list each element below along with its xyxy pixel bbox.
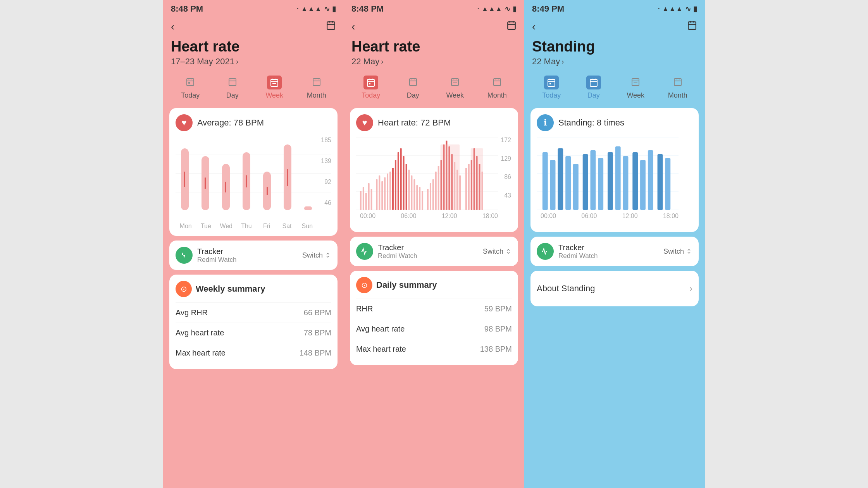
status-bar-1: 8:48 PM ⋅ ▲▲▲ ∿ ▮ xyxy=(163,0,344,16)
tab-week-1[interactable]: Week xyxy=(253,73,296,102)
tab-day-1[interactable]: Day xyxy=(212,73,254,102)
summary-header-1: ⊙ Weekly summary xyxy=(176,281,331,297)
tracker-info-3: Tracker Redmi Watch xyxy=(558,243,598,260)
svg-rect-72 xyxy=(411,175,412,210)
tab-bar-3: Today Day Week Month xyxy=(524,70,705,106)
tab-week-3[interactable]: Week xyxy=(615,73,657,102)
x-label-tue: Tue xyxy=(196,223,216,230)
summary-icon-2: ⊙ xyxy=(356,277,372,293)
tab-today-1[interactable]: Today xyxy=(169,73,212,102)
svg-rect-54 xyxy=(360,191,362,210)
tab-today-2[interactable]: Today xyxy=(350,73,392,102)
svg-rect-62 xyxy=(384,177,386,210)
summary-icon-1: ⊙ xyxy=(176,281,192,297)
tab-bar-2: Today Day Week Month xyxy=(344,70,524,106)
svg-rect-61 xyxy=(381,181,383,210)
wifi-icon: ∿ xyxy=(324,5,330,13)
svg-rect-35 xyxy=(369,83,370,84)
svg-rect-71 xyxy=(408,170,410,210)
date-subtitle-1[interactable]: 17–23 May 2021 › xyxy=(171,57,336,67)
svg-rect-36 xyxy=(410,79,417,86)
svg-rect-135 xyxy=(615,146,621,210)
tab-today-3[interactable]: Today xyxy=(530,73,573,102)
summary-row-rhr: RHR 59 BPM xyxy=(356,299,512,319)
day-chart-2: 172 129 86 43 00:00 06:00 12:00 18:00 xyxy=(356,137,512,226)
header-3: ‹ xyxy=(524,16,705,37)
tracker-left-2: Tracker Redmi Watch xyxy=(356,243,417,260)
summary-rhr-label: RHR xyxy=(356,304,373,313)
summary-row-maxhr-label: Max heart rate xyxy=(176,349,226,357)
svg-rect-59 xyxy=(376,179,377,210)
about-standing-row[interactable]: About Standing › xyxy=(537,277,692,300)
summary-row-maxhr: Max heart rate 148 BPM xyxy=(176,343,331,363)
svg-rect-103 xyxy=(548,79,555,86)
heart-icon-1: ♥ xyxy=(176,114,193,131)
summary-row-avghr: Avg heart rate 78 BPM xyxy=(176,323,331,343)
about-standing-section[interactable]: About Standing › xyxy=(530,271,699,306)
svg-rect-56 xyxy=(365,193,367,210)
back-button-1[interactable]: ‹ xyxy=(171,21,174,33)
svg-rect-90 xyxy=(441,144,460,210)
page-title-3: Standing xyxy=(532,38,697,55)
tab-week-label-3: Week xyxy=(627,91,644,100)
svg-rect-129 xyxy=(565,156,571,210)
tracker-row-2: Tracker Redmi Watch Switch xyxy=(356,243,512,260)
switch-button-1[interactable]: Switch xyxy=(302,251,331,259)
calendar-button-3[interactable] xyxy=(687,20,697,33)
metric-label-1: Average: 78 BPM xyxy=(197,118,264,128)
svg-rect-64 xyxy=(389,172,391,210)
summary-row-avghr-value: 78 BPM xyxy=(304,328,331,337)
svg-rect-18 xyxy=(313,79,320,86)
svg-rect-132 xyxy=(590,150,596,210)
svg-rect-73 xyxy=(413,179,415,210)
switch-button-3[interactable]: Switch xyxy=(663,247,692,256)
switch-button-2[interactable]: Switch xyxy=(483,247,512,256)
tab-month-label-3: Month xyxy=(668,91,687,100)
svg-rect-98 xyxy=(471,148,483,210)
status-bar-2: 8:48 PM ⋅ ▲▲▲ ∿ ▮ xyxy=(344,0,524,16)
tab-today-label-1: Today xyxy=(181,91,200,100)
status-bar-3: 8:49 PM ⋅ ▲▲▲ ∿ ▮ xyxy=(524,0,705,16)
x-label-sat: Sat xyxy=(277,223,297,230)
tab-day-2[interactable]: Day xyxy=(392,73,434,102)
back-button-3[interactable]: ‹ xyxy=(532,21,536,33)
tab-month-2[interactable]: Month xyxy=(476,73,518,102)
svg-rect-99 xyxy=(688,22,696,29)
tab-month-1[interactable]: Month xyxy=(296,73,338,102)
tracker-icon-3 xyxy=(537,243,554,260)
summary-row-avghr-label: Avg heart rate xyxy=(176,328,224,337)
back-button-2[interactable]: ‹ xyxy=(351,21,355,33)
chart-card-3: ℹ Standing: 8 times xyxy=(530,108,699,232)
tab-day-3[interactable]: Day xyxy=(573,73,615,102)
x-label-mon: Mon xyxy=(176,223,196,230)
svg-rect-127 xyxy=(550,160,556,210)
tracker-name-1: Tracker xyxy=(197,247,236,256)
tab-month-label-1: Month xyxy=(307,91,326,100)
svg-rect-8 xyxy=(188,82,190,84)
tracker-info-2: Tracker Redmi Watch xyxy=(378,243,417,260)
svg-rect-117 xyxy=(674,79,681,86)
svg-rect-138 xyxy=(640,160,646,210)
chart-area-1: 185 139 92 46 Mon Tue Wed Thu Fri Sat Su… xyxy=(176,137,331,230)
summary-row-avghr-2: Avg heart rate 98 BPM xyxy=(356,319,512,339)
svg-rect-45 xyxy=(494,79,501,86)
svg-rect-140 xyxy=(658,154,663,210)
tab-week-2[interactable]: Week xyxy=(434,73,476,102)
calendar-button-2[interactable] xyxy=(506,20,517,33)
wifi-icon-3: ∿ xyxy=(685,5,691,13)
date-subtitle-3[interactable]: 22 May › xyxy=(532,57,697,67)
tab-month-3[interactable]: Month xyxy=(657,73,699,102)
svg-rect-128 xyxy=(558,148,563,210)
standing-icon-3: ℹ xyxy=(537,114,554,131)
summary-title-2: Daily summary xyxy=(376,280,437,290)
bluetooth-icon: ⋅ xyxy=(296,5,299,13)
summary-header-2: ⊙ Daily summary xyxy=(356,277,512,293)
svg-rect-112 xyxy=(632,79,639,86)
svg-rect-68 xyxy=(400,148,402,210)
date-subtitle-2[interactable]: 22 May › xyxy=(351,57,517,67)
metric-header-3: ℹ Standing: 8 times xyxy=(537,114,692,131)
tab-week-label-2: Week xyxy=(446,91,464,100)
bluetooth-icon-3: ⋅ xyxy=(658,5,660,13)
calendar-button-1[interactable] xyxy=(326,20,336,33)
time-2: 8:48 PM xyxy=(351,4,384,14)
